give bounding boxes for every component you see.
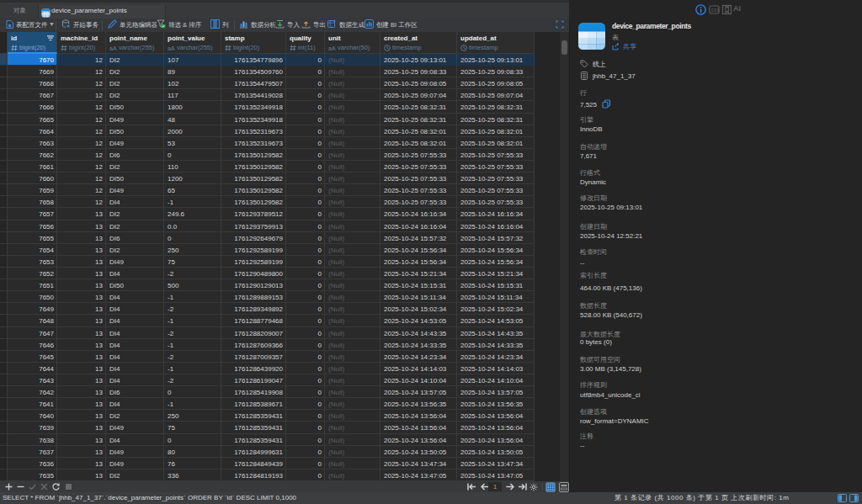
svg-text:aA: aA xyxy=(328,45,336,51)
svg-text:aA: aA xyxy=(109,45,117,51)
svg-text:DDL: DDL xyxy=(711,8,720,13)
svg-text:aA: aA xyxy=(168,45,175,51)
